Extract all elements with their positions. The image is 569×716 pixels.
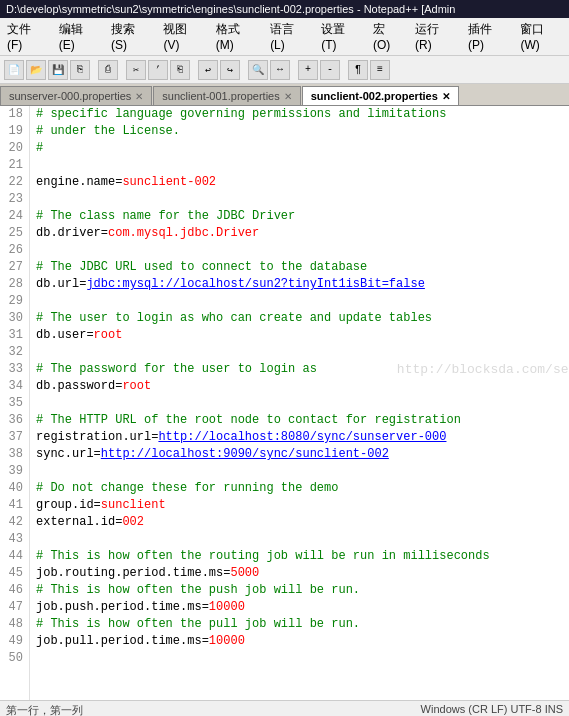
line-number-24: 24	[6, 208, 23, 225]
code-line-45: job.routing.period.time.ms=5000	[36, 565, 563, 582]
copy-button[interactable]: ⎖	[148, 60, 168, 80]
line-number-34: 34	[6, 378, 23, 395]
redo-button[interactable]: ↪	[220, 60, 240, 80]
menu-settings[interactable]: 设置(T)	[318, 20, 362, 53]
menu-file[interactable]: 文件(F)	[4, 20, 48, 53]
status-chars: Windows (CR LF) UTF-8 INS	[421, 703, 563, 716]
code-line-50	[36, 650, 563, 667]
tab-label-sunserver: sunserver-000.properties	[9, 90, 131, 102]
code-line-33: # The password for the user to login ash…	[36, 361, 563, 378]
tab-sunclient002[interactable]: sunclient-002.properties ✕	[302, 86, 459, 105]
code-line-35	[36, 395, 563, 412]
code-line-31: db.user=root	[36, 327, 563, 344]
tab-label-sunclient002: sunclient-002.properties	[311, 90, 438, 102]
status-bar: 第一行，第一列 Windows (CR LF) UTF-8 INS	[0, 700, 569, 716]
code-line-42: external.id=002	[36, 514, 563, 531]
code-line-34: db.password=root	[36, 378, 563, 395]
status-position: 第一行，第一列	[6, 703, 83, 716]
line-number-26: 26	[6, 242, 23, 259]
editor-area[interactable]: 1819202122232425262728293031323334353637…	[0, 106, 569, 700]
menu-run[interactable]: 运行(R)	[412, 20, 457, 53]
code-line-32	[36, 344, 563, 361]
line-number-28: 28	[6, 276, 23, 293]
title-text: D:\develop\symmetric\sun2\symmetric\engi…	[6, 3, 455, 15]
line-number-21: 21	[6, 157, 23, 174]
code-line-38: sync.url=http://localhost:9090/sync/sunc…	[36, 446, 563, 463]
line-number-39: 39	[6, 463, 23, 480]
line-number-32: 32	[6, 344, 23, 361]
code-line-25: db.driver=com.mysql.jdbc.Driver	[36, 225, 563, 242]
line-number-38: 38	[6, 446, 23, 463]
menu-format[interactable]: 格式(M)	[213, 20, 259, 53]
paste-button[interactable]: ⎗	[170, 60, 190, 80]
wrap-button[interactable]: ¶	[348, 60, 368, 80]
cut-button[interactable]: ✂	[126, 60, 146, 80]
open-button[interactable]: 📂	[26, 60, 46, 80]
menu-edit[interactable]: 编辑(E)	[56, 20, 100, 53]
line-number-30: 30	[6, 310, 23, 327]
code-line-28: db.url=jdbc:mysql://localhost/sun2?tinyI…	[36, 276, 563, 293]
undo-button[interactable]: ↩	[198, 60, 218, 80]
line-numbers: 1819202122232425262728293031323334353637…	[0, 106, 30, 700]
code-line-36: # The HTTP URL of the root node to conta…	[36, 412, 563, 429]
save-all-button[interactable]: ⎘	[70, 60, 90, 80]
new-button[interactable]: 📄	[4, 60, 24, 80]
replace-button[interactable]: ↔	[270, 60, 290, 80]
code-line-26	[36, 242, 563, 259]
code-line-21	[36, 157, 563, 174]
code-line-44: # This is how often the routing job will…	[36, 548, 563, 565]
line-number-25: 25	[6, 225, 23, 242]
line-number-41: 41	[6, 497, 23, 514]
zoom-out-button[interactable]: -	[320, 60, 340, 80]
zoom-in-button[interactable]: +	[298, 60, 318, 80]
close-tab-sunserver[interactable]: ✕	[135, 91, 143, 102]
toolbar: 📄 📂 💾 ⎘ ⎙ ✂ ⎖ ⎗ ↩ ↪ 🔍 ↔ + - ¶ ≡	[0, 56, 569, 84]
code-content[interactable]: # specific language governing permission…	[30, 106, 569, 700]
line-number-23: 23	[6, 191, 23, 208]
line-number-29: 29	[6, 293, 23, 310]
line-number-48: 48	[6, 616, 23, 633]
tab-sunclient001[interactable]: sunclient-001.properties ✕	[153, 86, 300, 105]
print-button[interactable]: ⎙	[98, 60, 118, 80]
line-number-20: 20	[6, 140, 23, 157]
line-number-45: 45	[6, 565, 23, 582]
line-number-19: 19	[6, 123, 23, 140]
line-number-37: 37	[6, 429, 23, 446]
save-button[interactable]: 💾	[48, 60, 68, 80]
code-line-48: # This is how often the pull job will be…	[36, 616, 563, 633]
menu-window[interactable]: 窗口(W)	[517, 20, 565, 53]
code-line-27: # The JDBC URL used to connect to the da…	[36, 259, 563, 276]
tabs-bar: sunserver-000.properties ✕ sunclient-001…	[0, 84, 569, 106]
line-number-46: 46	[6, 582, 23, 599]
find-button[interactable]: 🔍	[248, 60, 268, 80]
line-number-44: 44	[6, 548, 23, 565]
code-line-19: # under the License.	[36, 123, 563, 140]
menu-view[interactable]: 视图(V)	[160, 20, 204, 53]
line-number-49: 49	[6, 633, 23, 650]
code-line-47: job.push.period.time.ms=10000	[36, 599, 563, 616]
watermark-text: http://blocksda.com/seattle0564	[397, 361, 569, 378]
code-line-18: # specific language governing permission…	[36, 106, 563, 123]
line-number-18: 18	[6, 106, 23, 123]
close-tab-sunclient002[interactable]: ✕	[442, 91, 450, 102]
line-number-40: 40	[6, 480, 23, 497]
menu-bar: 文件(F) 编辑(E) 搜索(S) 视图(V) 格式(M) 语言(L) 设置(T…	[0, 18, 569, 56]
line-number-22: 22	[6, 174, 23, 191]
code-line-23	[36, 191, 563, 208]
menu-search[interactable]: 搜索(S)	[108, 20, 152, 53]
line-number-50: 50	[6, 650, 23, 667]
line-number-35: 35	[6, 395, 23, 412]
code-line-49: job.pull.period.time.ms=10000	[36, 633, 563, 650]
close-tab-sunclient001[interactable]: ✕	[284, 91, 292, 102]
menu-lang[interactable]: 语言(L)	[267, 20, 310, 53]
menu-plugins[interactable]: 插件(P)	[465, 20, 509, 53]
code-line-24: # The class name for the JDBC Driver	[36, 208, 563, 225]
title-bar: D:\develop\symmetric\sun2\symmetric\engi…	[0, 0, 569, 18]
code-line-37: registration.url=http://localhost:8080/s…	[36, 429, 563, 446]
indent-button[interactable]: ≡	[370, 60, 390, 80]
menu-macro[interactable]: 宏(O)	[370, 20, 404, 53]
code-line-40: # Do not change these for running the de…	[36, 480, 563, 497]
tab-sunserver[interactable]: sunserver-000.properties ✕	[0, 86, 152, 105]
code-line-41: group.id=sunclient	[36, 497, 563, 514]
line-number-43: 43	[6, 531, 23, 548]
